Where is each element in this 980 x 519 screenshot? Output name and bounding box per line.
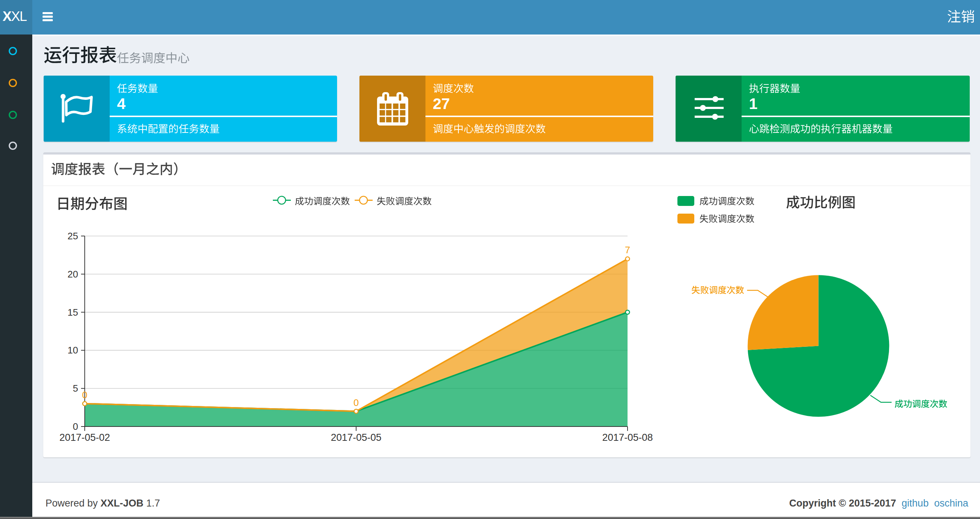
svg-text:5: 5 xyxy=(73,383,78,394)
svg-text:7: 7 xyxy=(625,244,630,256)
svg-text:27: 27 xyxy=(433,95,450,112)
svg-text:0: 0 xyxy=(353,397,359,408)
svg-text:10: 10 xyxy=(67,345,78,356)
svg-text:XXL: XXL xyxy=(3,9,27,24)
svg-text:2017-05-05: 2017-05-05 xyxy=(331,432,382,443)
svg-text:2017-05-02: 2017-05-02 xyxy=(59,432,110,443)
svg-text:25: 25 xyxy=(67,230,78,241)
svg-text:1: 1 xyxy=(749,95,757,112)
svg-text:0: 0 xyxy=(73,421,78,432)
svg-text:20: 20 xyxy=(67,269,78,280)
svg-text:4: 4 xyxy=(117,95,126,112)
svg-text:0: 0 xyxy=(82,390,87,401)
svg-text:15: 15 xyxy=(67,307,78,318)
svg-text:2017-05-08: 2017-05-08 xyxy=(602,432,653,443)
